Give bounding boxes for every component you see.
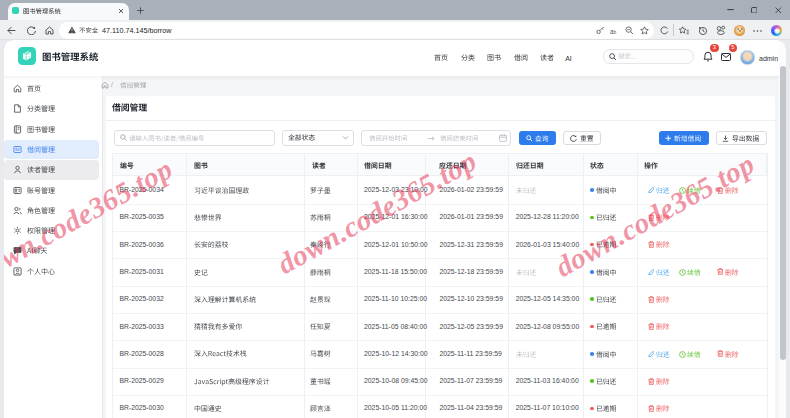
svg-text:ab: ab <box>610 27 617 34</box>
